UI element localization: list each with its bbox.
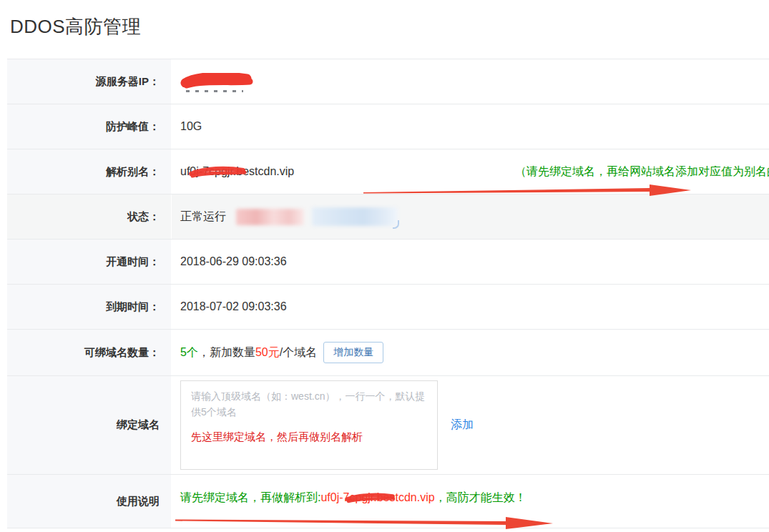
open-time-value: 2018-06-29 09:03:36 <box>172 240 769 284</box>
row-status: 状态： 正常运行 <box>7 194 769 240</box>
source-ip-label: 源服务器IP： <box>7 59 172 104</box>
status-label: 状态： <box>7 194 172 239</box>
open-time-text: 2018-06-29 09:03:36 <box>180 255 287 268</box>
quota-mid-text: ，新加数量 <box>198 345 255 360</box>
red-arrow-annotation <box>363 184 694 197</box>
quota-price: 50元 <box>255 345 280 360</box>
domain-quota-value: 5个，新加数量 50元/个域名 增加数量 <box>172 330 769 375</box>
usage-prefix-text: 请先绑定域名，再做解析到: <box>180 491 320 503</box>
add-domain-link[interactable]: 添加 <box>451 418 474 433</box>
bind-domain-placeholder: 请输入顶级域名（如：west.cn），一行一个，默认提供5个域名 <box>191 388 427 420</box>
row-expire-time: 到期时间： 2018-07-02 09:03:36 <box>7 285 769 330</box>
bind-domain-label: 绑定域名 <box>7 376 172 474</box>
protection-peak-label: 防护峰值： <box>7 104 172 149</box>
open-time-label: 开通时间： <box>7 240 172 284</box>
bind-domain-value: 请输入顶级域名（如：west.cn），一行一个，默认提供5个域名 先这里绑定域名… <box>172 376 769 474</box>
ddos-info-table: 源服务器IP： 防护峰值： 10G 解析别名： uf0j-7cpgjr.best… <box>7 59 769 528</box>
increase-quantity-button[interactable]: 增加数量 <box>323 342 383 363</box>
row-domain-quota: 可绑域名数量： 5个，新加数量 50元/个域名 增加数量 <box>7 330 769 376</box>
bind-domain-textarea[interactable]: 请输入顶级域名（如：west.cn），一行一个，默认提供5个域名 先这里绑定域名… <box>180 380 438 470</box>
status-redacted-item-2[interactable] <box>312 207 398 226</box>
expire-time-text: 2018-07-02 09:03:36 <box>180 300 287 313</box>
quota-count: 5个 <box>180 345 198 360</box>
bind-domain-red-annotation: 先这里绑定域名，然后再做别名解析 <box>191 430 427 444</box>
status-value: 正常运行 <box>172 194 769 239</box>
row-source-ip: 源服务器IP： <box>7 59 769 104</box>
status-redacted-item-1[interactable] <box>236 209 304 225</box>
source-ip-value <box>172 59 769 104</box>
status-text: 正常运行 <box>180 210 226 225</box>
row-alias: 解析别名： uf0j-7cpgjr.bestcdn.vip （请先绑定域名，再给… <box>7 149 769 194</box>
redaction-scribble-icon <box>180 73 255 91</box>
quota-suffix-text: /个域名 <box>280 345 317 360</box>
page-title: DDOS高防管理 <box>10 14 769 39</box>
source-ip-redaction <box>180 73 255 91</box>
cursor-artifact <box>393 220 399 229</box>
domain-quota-label: 可绑域名数量： <box>7 330 172 375</box>
usage-suffix-text: ，高防才能生效！ <box>435 491 526 503</box>
usage-domain-text: uf0j-7cpgjr.bestcdn.vip <box>320 491 434 503</box>
row-usage-notes: 使用说明 请先绑定域名，再做解析到:uf0j-7cpgjr.bestcdn.vi… <box>7 475 769 528</box>
alias-domain-text: uf0j-7cpgjr.bestcdn.vip <box>180 165 294 177</box>
protection-peak-value: 10G <box>172 104 769 149</box>
alias-domain: uf0j-7cpgjr.bestcdn.vip <box>180 165 294 178</box>
usage-notes-label: 使用说明 <box>7 475 172 528</box>
protection-peak-text: 10G <box>180 120 202 133</box>
redacted-text-fragments <box>186 90 243 92</box>
usage-domain: uf0j-7cpgjr.bestcdn.vip <box>320 491 434 504</box>
red-arrow-annotation <box>175 515 556 529</box>
expire-time-value: 2018-07-02 09:03:36 <box>172 285 769 329</box>
row-protection-peak: 防护峰值： 10G <box>7 104 769 149</box>
expire-time-label: 到期时间： <box>7 285 172 329</box>
alias-cname-note: （请先绑定域名，再给网站域名添加对应值为别名的Cname记录） <box>515 164 769 179</box>
row-open-time: 开通时间： 2018-06-29 09:03:36 <box>7 240 769 285</box>
alias-label: 解析别名： <box>7 149 172 194</box>
row-bind-domain: 绑定域名 请输入顶级域名（如：west.cn），一行一个，默认提供5个域名 先这… <box>7 376 769 475</box>
